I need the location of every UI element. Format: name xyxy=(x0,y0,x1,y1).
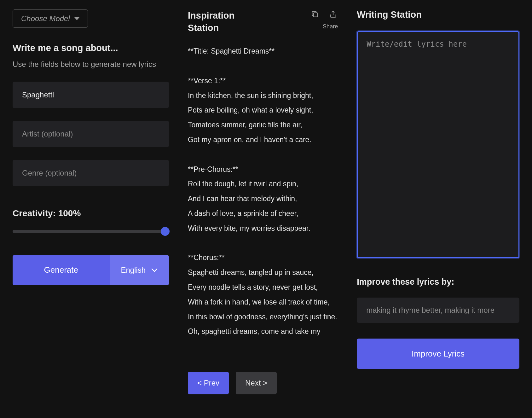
improve-title: Improve these lyrics by: xyxy=(357,277,519,287)
share-label: Share xyxy=(323,23,338,30)
lyrics-line: Roll the dough, let it twirl and spin, xyxy=(188,178,338,190)
prev-button[interactable]: < Prev xyxy=(188,372,229,394)
lyrics-line: Spaghetti dreams, tangled up in sauce, xyxy=(188,267,338,278)
lyrics-line: Pots are boiling, oh what a lovely sight… xyxy=(188,104,338,116)
genre-input[interactable] xyxy=(13,160,169,186)
prompt-subtext: Use the fields below to generate new lyr… xyxy=(13,59,169,70)
creativity-slider[interactable] xyxy=(13,230,169,233)
language-select[interactable]: English xyxy=(110,255,169,285)
slider-thumb[interactable] xyxy=(161,227,170,236)
svg-rect-0 xyxy=(314,13,318,17)
lyrics-line: **Chorus:** xyxy=(188,252,338,264)
improve-lyrics-button[interactable]: Improve Lyrics xyxy=(357,339,519,369)
lyrics-line xyxy=(188,60,338,72)
model-select[interactable]: Choose Model xyxy=(13,9,88,28)
share-icon[interactable] xyxy=(328,9,338,19)
slider-fill xyxy=(13,230,169,233)
next-button[interactable]: Next > xyxy=(236,372,277,394)
lyrics-line: A dash of love, a sprinkle of cheer, xyxy=(188,208,338,219)
lyrics-line: Tomatoes simmer, garlic fills the air, xyxy=(188,119,338,131)
lyrics-line: **Pre-Chorus:** xyxy=(188,164,338,175)
creativity-label: Creativity: 100% xyxy=(13,208,169,218)
writing-station-title: Writing Station xyxy=(357,9,519,20)
lyrics-line: Oh, spaghetti dreams, come and take my xyxy=(188,326,338,337)
generate-button[interactable]: Generate xyxy=(13,255,110,285)
lyrics-line: **Title: Spaghetti Dreams** xyxy=(188,45,338,57)
artist-input[interactable] xyxy=(13,121,169,147)
copy-icon[interactable] xyxy=(310,9,320,19)
lyrics-line: In the kitchen, the sun is shining brigh… xyxy=(188,90,338,102)
inspiration-title: Inspiration Station xyxy=(188,9,310,34)
lyrics-line xyxy=(188,149,338,160)
chevron-down-icon xyxy=(151,268,158,272)
lyrics-line: With every bite, my worries disappear. xyxy=(188,223,338,234)
model-select-label: Choose Model xyxy=(21,14,70,23)
lyrics-line: And I can hear that melody within, xyxy=(188,193,338,205)
lyrics-line: Got my apron on, and I haven't a care. xyxy=(188,134,338,146)
improve-input[interactable] xyxy=(357,298,519,323)
lyrics-line: **Verse 1:** xyxy=(188,75,338,87)
chevron-down-icon xyxy=(74,17,79,20)
lyrics-line: With a fork in hand, we lose all track o… xyxy=(188,296,338,308)
prompt-title: Write me a song about... xyxy=(13,43,169,53)
lyrics-fade xyxy=(188,343,338,362)
topic-input[interactable] xyxy=(13,82,169,108)
lyrics-display: **Title: Spaghetti Dreams** **Verse 1:**… xyxy=(188,45,338,362)
lyrics-editor[interactable] xyxy=(357,31,519,258)
lyrics-line: In this bowl of goodness, everything's j… xyxy=(188,311,338,323)
lyrics-line: Every noodle tells a story, never get lo… xyxy=(188,282,338,293)
language-selected-label: English xyxy=(121,266,146,275)
lyrics-line xyxy=(188,237,338,249)
